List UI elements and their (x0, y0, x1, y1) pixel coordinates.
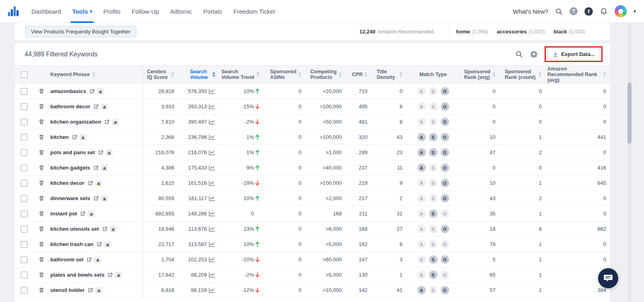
column-header-cpr[interactable]: CPR (342, 66, 367, 83)
amazon-badge-icon[interactable]: a (88, 211, 95, 217)
sparkline-chart-icon[interactable] (209, 104, 215, 109)
amazon-badge-icon[interactable]: a (101, 195, 108, 202)
whats-new-link[interactable]: What's New? (513, 8, 548, 15)
sparkline-chart-icon[interactable] (209, 196, 215, 201)
amazon-badge-icon[interactable]: a (95, 287, 102, 294)
row-checkbox[interactable] (21, 88, 28, 95)
row-checkbox[interactable] (21, 118, 28, 126)
column-header-competing[interactable]: Competing Products (301, 66, 342, 83)
external-link-icon[interactable] (104, 119, 109, 124)
row-checkbox[interactable] (21, 103, 28, 110)
scrollbar-track[interactable] (627, 23, 632, 302)
facebook-icon[interactable]: f (584, 7, 593, 16)
helium10-logo-icon[interactable] (7, 5, 19, 17)
sparkline-chart-icon[interactable] (209, 119, 215, 124)
row-checkbox[interactable] (21, 180, 28, 187)
external-link-icon[interactable] (102, 226, 107, 232)
amazon-badge-icon[interactable]: a (110, 226, 117, 232)
keyword-tag[interactable]: accessories(1,037) (497, 29, 545, 35)
column-header-sv[interactable]: Search Volume (174, 66, 216, 83)
external-link-icon[interactable] (87, 257, 92, 262)
external-link-icon[interactable] (93, 104, 99, 109)
external-link-icon[interactable] (98, 150, 103, 155)
amazon-badge-icon[interactable]: a (94, 256, 101, 263)
external-link-icon[interactable] (80, 211, 85, 216)
delete-keyword-icon[interactable] (39, 180, 44, 186)
sparkline-chart-icon[interactable] (209, 211, 215, 216)
nav-item-profits[interactable]: Profits (103, 0, 121, 23)
account-chevron-down-icon[interactable]: ▾ (634, 8, 636, 14)
sparkline-chart-icon[interactable] (209, 89, 215, 94)
column-header-sp-asins[interactable]: Sponsored ASINs (260, 66, 301, 83)
notifications-bell-icon[interactable] (600, 7, 608, 16)
row-checkbox[interactable] (21, 134, 28, 141)
column-header-keyword[interactable]: Keyword Phrase (50, 66, 143, 83)
select-all-checkbox[interactable] (21, 71, 28, 78)
row-checkbox[interactable] (21, 271, 28, 279)
column-header-amz-rank[interactable]: Amazon Recommended Rank (avg) (542, 66, 608, 83)
delete-keyword-icon[interactable] (39, 287, 44, 293)
row-checkbox[interactable] (21, 287, 28, 294)
nav-item-tools[interactable]: Tools▾ (72, 0, 92, 23)
delete-keyword-icon[interactable] (39, 149, 44, 155)
nav-item-dashboard[interactable]: Dashboard (31, 0, 61, 23)
nav-item-freedom-ticket[interactable]: Freedom Ticket (233, 0, 275, 23)
help-icon[interactable]: ? (570, 7, 578, 15)
view-products-button[interactable]: View Products Frequently Bought Together (25, 26, 136, 37)
keyword-tag[interactable]: home(1,054) (456, 29, 488, 35)
external-link-icon[interactable] (89, 89, 95, 94)
amazon-badge-icon[interactable]: a (97, 88, 104, 95)
sparkline-chart-icon[interactable] (209, 257, 215, 262)
scrollbar-thumb[interactable] (627, 83, 632, 144)
external-link-icon[interactable] (107, 272, 113, 277)
sparkline-chart-icon[interactable] (209, 288, 215, 293)
row-checkbox[interactable] (21, 256, 28, 263)
amazon-badge-icon[interactable]: a (95, 180, 102, 186)
nav-item-adtomic[interactable]: Adtomic (170, 0, 192, 23)
amazon-badge-icon[interactable]: a (101, 103, 108, 110)
external-link-icon[interactable] (72, 134, 77, 140)
external-link-icon[interactable] (93, 165, 99, 170)
table-settings-gear-icon[interactable] (530, 50, 538, 58)
amazon-badge-icon[interactable]: a (80, 134, 87, 141)
amazon-badge-icon[interactable]: a (115, 272, 122, 278)
external-link-icon[interactable] (88, 288, 93, 293)
external-link-icon[interactable] (88, 180, 93, 186)
row-checkbox[interactable] (21, 241, 28, 248)
chat-widget-button[interactable] (598, 268, 618, 288)
row-checkbox[interactable] (21, 149, 28, 156)
nav-item-portals[interactable]: Portals (203, 0, 222, 23)
amazon-badge-icon[interactable]: a (112, 119, 119, 125)
column-header-match[interactable]: Match Type (402, 66, 464, 83)
table-search-icon[interactable] (515, 50, 523, 58)
row-checkbox[interactable] (21, 225, 28, 233)
row-checkbox[interactable] (21, 164, 28, 172)
column-header-iq[interactable]: Cerebro IQ Score (143, 66, 174, 83)
amazon-badge-icon[interactable]: a (104, 241, 111, 248)
delete-keyword-icon[interactable] (39, 103, 44, 110)
export-data-button[interactable]: Export Data... (547, 48, 600, 60)
delete-keyword-icon[interactable] (39, 241, 44, 247)
sparkline-chart-icon[interactable] (209, 226, 215, 232)
keyword-tag[interactable]: black(1,033) (553, 29, 585, 35)
amazon-badge-icon[interactable]: a (101, 165, 108, 171)
external-link-icon[interactable] (93, 196, 99, 201)
external-link-icon[interactable] (97, 242, 102, 247)
row-checkbox[interactable] (21, 195, 28, 202)
delete-keyword-icon[interactable] (39, 256, 44, 263)
delete-keyword-icon[interactable] (39, 165, 44, 171)
nav-item-follow-up[interactable]: Follow-Up (132, 0, 159, 23)
column-header-rank-avg[interactable]: Sponsored Rank (avg) (464, 66, 495, 83)
search-icon[interactable] (555, 8, 563, 15)
column-header-td[interactable]: Title Density (367, 66, 402, 83)
sparkline-chart-icon[interactable] (209, 150, 215, 155)
account-avatar[interactable] (615, 5, 627, 17)
delete-keyword-icon[interactable] (39, 195, 44, 201)
delete-keyword-icon[interactable] (39, 211, 44, 217)
delete-keyword-icon[interactable] (39, 226, 44, 232)
column-header-trend[interactable]: Search Volume Trend (216, 66, 260, 83)
delete-keyword-icon[interactable] (39, 134, 44, 140)
sparkline-chart-icon[interactable] (209, 242, 215, 247)
sparkline-chart-icon[interactable] (209, 180, 215, 186)
column-header-rank-count[interactable]: Sponsored Rank (count) (495, 66, 542, 83)
